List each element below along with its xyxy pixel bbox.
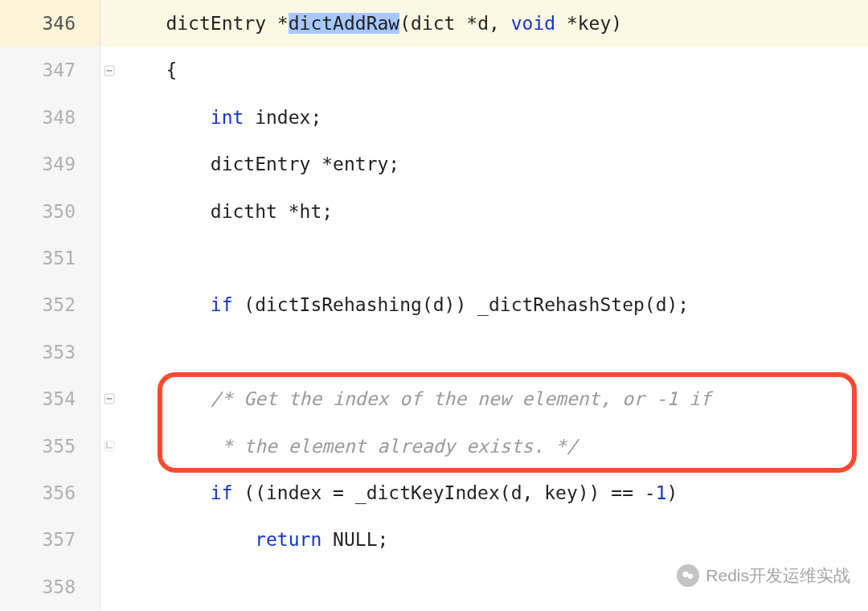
fold-gutter[interactable] [100, 375, 118, 422]
line-number: 352 [0, 281, 100, 328]
text-token: (dict *d, [399, 13, 510, 34]
code-content[interactable]: dictht *ht; [118, 188, 868, 235]
code-line[interactable]: 354 /* Get the index of the new element,… [0, 375, 868, 422]
fold-gutter [100, 470, 118, 516]
fold-gutter [100, 235, 118, 281]
text-token: ) [667, 482, 678, 503]
code-line[interactable]: 353 [0, 329, 868, 375]
code-line[interactable]: 357 return NULL; [0, 516, 868, 563]
keyword-token: if [211, 482, 233, 503]
fold-gutter [100, 0, 118, 47]
text-token: dictht *ht; [211, 201, 333, 222]
line-number: 348 [0, 94, 100, 141]
text-token: *key) [555, 13, 622, 34]
line-number: 354 [0, 375, 100, 422]
code-line[interactable]: 348 int index; [0, 94, 868, 141]
code-content[interactable]: { [118, 47, 868, 93]
fold-gutter [100, 516, 118, 563]
fold-gutter[interactable] [100, 47, 118, 93]
selected-token: dictAddRaw [289, 13, 399, 34]
keyword-token: return [255, 529, 321, 550]
code-line[interactable]: 349 dictEntry *entry; [0, 141, 868, 187]
line-number: 347 [0, 47, 100, 93]
keyword-token: int [211, 107, 244, 128]
fold-minus-icon[interactable] [104, 393, 115, 404]
fold-gutter [100, 281, 118, 328]
svg-point-6 [688, 574, 693, 579]
comment-token: /* Get the index of the new element, or … [211, 388, 711, 409]
code-line[interactable]: 352 if (dictIsRehashing(d)) _dictRehashS… [0, 281, 868, 328]
text-token: index; [244, 107, 321, 128]
text-token: ((index = _dictKeyIndex(d, key)) == - [232, 482, 655, 503]
watermark: Redis开发运维实战 [677, 564, 850, 587]
code-content[interactable] [118, 235, 868, 281]
fold-gutter [100, 188, 118, 235]
line-number: 346 [0, 0, 100, 47]
code-line[interactable]: 356 if ((index = _dictKeyIndex(d, key)) … [0, 470, 868, 516]
fold-gutter [100, 141, 118, 187]
line-number: 350 [0, 188, 100, 235]
line-number: 355 [0, 423, 100, 470]
line-number: 351 [0, 235, 100, 281]
code-line[interactable]: 347 { [0, 47, 868, 93]
code-content[interactable]: return NULL; [118, 516, 868, 563]
fold-minus-icon[interactable] [104, 65, 115, 76]
line-number: 349 [0, 141, 100, 187]
fold-gutter[interactable] [100, 423, 118, 470]
code-editor[interactable]: 346 dictEntry *dictAddRaw(dict *d, void … [0, 0, 868, 610]
fold-gutter [100, 564, 118, 610]
code-content[interactable]: if ((index = _dictKeyIndex(d, key)) == -… [118, 470, 868, 516]
text-token: NULL; [321, 529, 388, 550]
wechat-icon [677, 564, 699, 587]
code-content[interactable]: dictEntry *dictAddRaw(dict *d, void *key… [118, 0, 868, 47]
fold-gutter [100, 94, 118, 141]
keyword-token: if [211, 294, 233, 315]
code-content[interactable]: dictEntry *entry; [118, 141, 868, 187]
fold-end-icon [104, 441, 115, 452]
code-line[interactable]: 351 [0, 235, 868, 281]
watermark-text: Redis开发运维实战 [706, 564, 850, 587]
comment-token: * the element already exists. */ [211, 436, 578, 457]
code-content[interactable]: int index; [118, 94, 868, 141]
svg-point-5 [683, 572, 690, 578]
code-content[interactable]: /* Get the index of the new element, or … [118, 375, 868, 422]
text-token: dictEntry * [166, 13, 288, 34]
fold-gutter [100, 329, 118, 375]
line-number: 353 [0, 329, 100, 375]
line-number: 357 [0, 516, 100, 563]
svg-rect-4 [104, 441, 114, 451]
code-content[interactable]: * the element already exists. */ [118, 423, 868, 470]
code-line[interactable]: 346 dictEntry *dictAddRaw(dict *d, void … [0, 0, 868, 47]
line-number: 358 [0, 564, 100, 610]
code-content[interactable]: if (dictIsRehashing(d)) _dictRehashStep(… [118, 281, 868, 328]
code-line[interactable]: 350 dictht *ht; [0, 188, 868, 235]
code-line[interactable]: 355 * the element already exists. */ [0, 423, 868, 470]
code-content[interactable] [118, 329, 868, 375]
text-token: (dictIsRehashing(d)) _dictRehashStep(d); [232, 294, 689, 315]
text-token: { [166, 59, 177, 80]
keyword-token: void [511, 13, 555, 34]
line-number: 356 [0, 470, 100, 516]
keyword-token: 1 [656, 482, 667, 503]
text-token: dictEntry *entry; [211, 154, 399, 174]
